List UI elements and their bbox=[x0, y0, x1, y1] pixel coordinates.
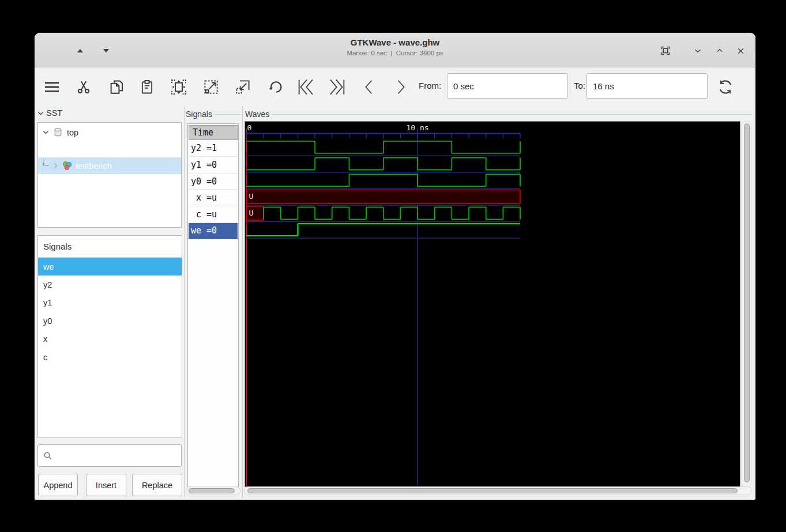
waves-frame-line bbox=[271, 114, 752, 115]
svg-text:U: U bbox=[249, 209, 254, 217]
time-header[interactable]: Time bbox=[189, 125, 238, 140]
sst-tree: top testbench bbox=[37, 122, 182, 228]
marker-cursor-status: Marker: 0 sec | Cursor: 3600 ps bbox=[35, 50, 755, 56]
expander-right-icon[interactable] bbox=[52, 162, 59, 169]
signal-column-hscrollbar[interactable] bbox=[186, 486, 240, 495]
gtkwave-window: GTKWave - wave.ghw Marker: 0 sec | Curso… bbox=[35, 33, 755, 500]
waves-vscrollbar-thumb[interactable] bbox=[744, 123, 750, 482]
signal-column-hscrollbar-thumb[interactable] bbox=[189, 488, 235, 493]
insert-button[interactable]: Insert bbox=[86, 474, 126, 496]
desktop-background: GTKWave - wave.ghw Marker: 0 sec | Curso… bbox=[0, 0, 786, 532]
go-previous-button[interactable] bbox=[356, 74, 382, 100]
zoom-fit-icon bbox=[170, 78, 188, 96]
cut-button[interactable] bbox=[70, 74, 97, 100]
tree-item-label: testbench bbox=[76, 161, 112, 171]
append-button[interactable]: Append bbox=[38, 474, 78, 496]
maximize-button[interactable] bbox=[712, 43, 727, 58]
minimize-button[interactable] bbox=[690, 43, 705, 58]
titlebar-text: GTKWave - wave.ghw Marker: 0 sec | Curso… bbox=[35, 37, 755, 56]
close-button[interactable] bbox=[733, 43, 748, 58]
tree-connector bbox=[43, 160, 49, 166]
signal-row-y1[interactable]: y1 =0 bbox=[189, 157, 238, 173]
close-icon bbox=[736, 46, 746, 56]
clipboard-icon bbox=[139, 78, 155, 96]
list-item-c[interactable]: c bbox=[38, 348, 182, 366]
svg-text:0: 0 bbox=[247, 123, 252, 132]
expander-down-icon[interactable] bbox=[42, 129, 50, 136]
list-item-y1[interactable]: y1 bbox=[38, 294, 182, 312]
zoom-shrink-button[interactable] bbox=[230, 74, 256, 100]
to-label: To: bbox=[574, 81, 585, 90]
left-splitter[interactable] bbox=[184, 107, 185, 497]
waves-panel[interactable]: 010 nsUU bbox=[245, 121, 740, 487]
waves-hscrollbar-thumb[interactable] bbox=[247, 488, 738, 493]
signal-row-y0[interactable]: y0 =0 bbox=[189, 173, 238, 190]
chevron-down-icon bbox=[693, 46, 703, 56]
signal-search-box[interactable] bbox=[37, 444, 182, 467]
zoom-in-shrink-icon bbox=[234, 78, 251, 96]
scissors-icon bbox=[75, 78, 92, 96]
waves-vscrollbar[interactable] bbox=[742, 121, 751, 487]
menu-button[interactable] bbox=[39, 74, 65, 100]
chevron-up-icon bbox=[714, 46, 725, 56]
signal-name-column: Time y2 =1y1 =0y0 =0 x =u c =uwe =0 bbox=[187, 123, 239, 487]
list-item-y2[interactable]: y2 bbox=[38, 276, 182, 293]
paste-button[interactable] bbox=[134, 74, 160, 100]
zoom-full-button[interactable] bbox=[198, 74, 224, 100]
signals-frame-label: Signals bbox=[186, 110, 215, 119]
from-label: From: bbox=[419, 81, 441, 90]
waves-canvas[interactable]: 010 nsUU bbox=[245, 122, 740, 486]
frame-icon bbox=[659, 44, 672, 57]
replace-button[interactable]: Replace bbox=[132, 474, 182, 496]
search-input[interactable] bbox=[56, 451, 181, 461]
chevron-right-icon bbox=[392, 77, 409, 97]
go-last-button[interactable] bbox=[324, 74, 351, 100]
reload-icon bbox=[716, 78, 735, 96]
cylinder-icon bbox=[53, 127, 63, 137]
window-title: GTKWave - wave.ghw bbox=[35, 37, 755, 47]
spheres-icon bbox=[62, 160, 73, 171]
tree-item-label: top bbox=[67, 128, 78, 137]
list-item-x[interactable]: x bbox=[38, 330, 182, 348]
signal-row-y2[interactable]: y2 =1 bbox=[189, 141, 238, 157]
append-label: Append bbox=[44, 481, 73, 490]
copy-button[interactable] bbox=[103, 74, 130, 100]
facility-list-rows: wey2y1y0xc bbox=[38, 258, 182, 366]
chevron-down-icon bbox=[37, 110, 44, 117]
search-icon bbox=[43, 451, 52, 461]
signal-row-we[interactable]: we =0 bbox=[189, 223, 238, 240]
waves-hscrollbar[interactable] bbox=[244, 486, 752, 495]
keep-above-button[interactable] bbox=[658, 43, 673, 58]
skip-forward-icon bbox=[328, 77, 347, 97]
chevron-left-icon bbox=[360, 77, 378, 97]
titlebar[interactable]: GTKWave - wave.ghw Marker: 0 sec | Curso… bbox=[35, 33, 755, 67]
zoom-fit-button[interactable] bbox=[166, 74, 192, 100]
tree-item-testbench[interactable]: testbench bbox=[38, 157, 181, 174]
go-first-button[interactable] bbox=[292, 74, 319, 100]
zoom-out-full-icon bbox=[202, 78, 220, 96]
copy-icon bbox=[108, 78, 125, 96]
sst-label: SST bbox=[46, 108, 62, 118]
from-input[interactable] bbox=[447, 73, 568, 99]
skip-backward-icon bbox=[296, 77, 315, 97]
svg-text:U: U bbox=[249, 192, 254, 201]
list-item-y0[interactable]: y0 bbox=[38, 312, 182, 330]
signal-row-c[interactable]: c =u bbox=[189, 206, 238, 223]
sst-section-header[interactable]: SST bbox=[37, 108, 62, 118]
signals-frame-line bbox=[215, 114, 241, 115]
waves-splitter[interactable] bbox=[242, 107, 243, 497]
waves-frame-label: Waves bbox=[245, 110, 272, 119]
reload-button[interactable] bbox=[712, 74, 739, 100]
svg-text:10 ns: 10 ns bbox=[407, 123, 429, 132]
facility-list-header: Signals bbox=[38, 236, 182, 258]
signal-row-x[interactable]: x =u bbox=[189, 190, 238, 206]
facility-list-panel: Signals wey2y1y0xc bbox=[37, 235, 182, 438]
toolbar: From: To: bbox=[35, 68, 755, 106]
to-input[interactable] bbox=[586, 73, 708, 99]
tree-item-top[interactable]: top bbox=[38, 124, 181, 141]
undo-button[interactable] bbox=[262, 74, 288, 100]
undo-icon bbox=[266, 78, 284, 96]
insert-label: Insert bbox=[96, 481, 116, 490]
go-next-button[interactable] bbox=[388, 74, 414, 100]
list-item-we[interactable]: we bbox=[38, 258, 182, 276]
